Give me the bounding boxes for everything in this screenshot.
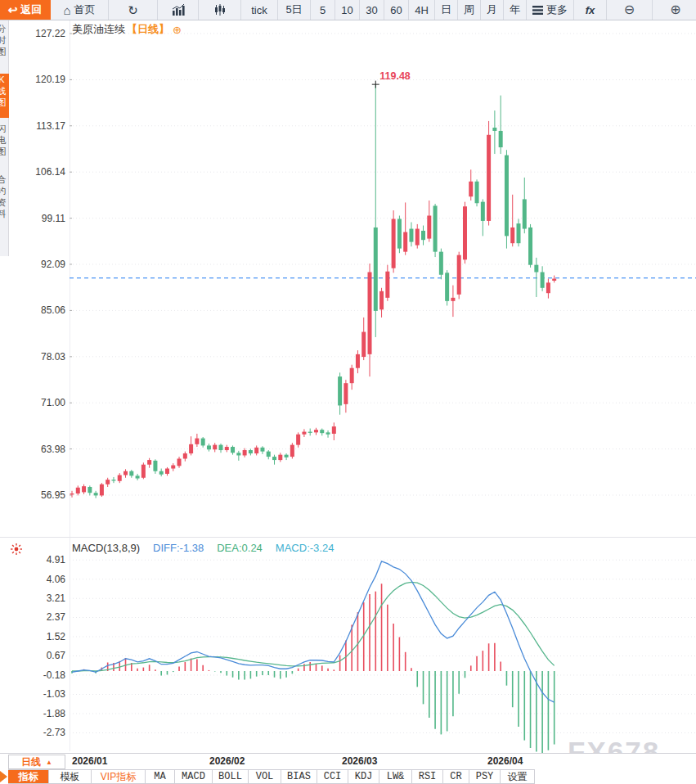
dea-line [72, 582, 555, 671]
pane-separator [0, 537, 696, 538]
sidebar-tab-label: 分时图 [0, 23, 7, 57]
toolbar-fx-button[interactable]: fx [574, 0, 607, 20]
add-indicator-icon[interactable]: ⊕ [173, 24, 182, 36]
collapse-handle-icon[interactable] [0, 771, 7, 782]
period-selector-label: 日线 [21, 755, 41, 769]
menu-icon [532, 6, 543, 15]
macd-tick-label: 0.67 [11, 650, 65, 661]
chevron-up-icon: ▲ [46, 759, 52, 766]
toolbar-30m-button[interactable]: 30 [360, 0, 384, 20]
toolbar-home-button[interactable]: ⌂首页 [51, 0, 109, 20]
indicator-tab-模板[interactable]: 模板 [49, 770, 92, 784]
toolbar-month-label: 月 [487, 2, 497, 17]
price-tick-label: 78.03 [11, 351, 65, 363]
macd-macd-value: MACD:-3.24 [276, 542, 335, 554]
indicator-tab-VIP指标[interactable]: VIP指标 [92, 770, 146, 784]
toolbar-5d-button[interactable]: 5日 [278, 0, 311, 20]
toolbar-back-button[interactable]: ↩返回 [0, 0, 51, 20]
macd-tick-label: -1.03 [11, 688, 65, 700]
indicator-tab-设置[interactable]: 设置 [501, 770, 535, 784]
sidebar-tab-2[interactable]: 闪电图 [0, 123, 9, 170]
toolbar-5m-label: 5 [320, 4, 326, 16]
indicator-tab-MACD[interactable]: MACD [175, 770, 213, 784]
price-tick-label: 85.06 [11, 304, 65, 316]
indicator-toolbar: 指标模板VIP指标MAMACDBOLLVOLBIASCCIKDJLW&RSICR… [8, 769, 535, 784]
indicator-tab-KDJ[interactable]: KDJ [348, 770, 379, 784]
price-tick-label: 120.19 [11, 74, 65, 85]
toolbar-day-label: 日 [441, 2, 451, 17]
price-tick-label: 127.22 [11, 28, 65, 39]
price-tick-label: 106.14 [11, 166, 65, 178]
macd-chart[interactable] [70, 540, 696, 753]
symbol-name: 美原油连续 [72, 22, 125, 37]
toolbar-candlestick-button[interactable] [199, 0, 241, 20]
toolbar-more-label: 更多 [546, 2, 568, 17]
period-selector[interactable]: 日线 ▲ [8, 755, 65, 769]
price-tick-label: 63.98 [11, 444, 65, 455]
price-tick-label: 92.09 [11, 259, 65, 270]
toolbar-zoom-out-button[interactable]: ⊖ [607, 0, 653, 20]
toolbar-60m-label: 60 [390, 4, 402, 16]
toolbar-4h-button[interactable]: 4H [409, 0, 435, 20]
indicator-tab-RSI[interactable]: RSI [412, 770, 443, 784]
toolbar-week-label: 周 [464, 2, 474, 17]
toolbar-5m-button[interactable]: 5 [311, 0, 335, 20]
home-icon: ⌂ [63, 4, 70, 16]
indicator-tab-LW&[interactable]: LW& [379, 770, 412, 784]
x-axis-tick-label: 2026/03 [342, 755, 377, 767]
toolbar-more-button[interactable]: 更多 [527, 0, 574, 20]
sidebar-tab-label: K线图 [0, 74, 7, 108]
chart-title: 美原油连续 【日线】 ⊕ [72, 22, 182, 37]
toolbar-tick-label: tick [251, 4, 267, 16]
toolbar-bar-chart-button[interactable] [158, 0, 199, 20]
left-sidebar: 分时图K线图闪电图合约资料 [0, 20, 9, 256]
indicator-tab-BOLL[interactable]: BOLL [213, 770, 249, 784]
macd-name: MACD(13,8,9) [72, 542, 140, 554]
indicator-settings-icon[interactable] [10, 543, 23, 556]
price-tick-label: 71.00 [11, 397, 65, 408]
indicator-tab-CR[interactable]: CR [443, 770, 469, 784]
toolbar-tick-button[interactable]: tick [241, 0, 278, 20]
toolbar-4h-label: 4H [415, 4, 429, 16]
indicator-tab-PSY[interactable]: PSY [469, 770, 501, 784]
toolbar-day-button[interactable]: 日 [435, 0, 458, 20]
x-axis-tick-label: 2026/01 [72, 755, 107, 767]
toolbar-home-label: 首页 [74, 2, 96, 17]
macd-tick-label: -2.73 [11, 727, 65, 738]
macd-tick-label: 4.06 [11, 574, 65, 585]
back-icon: ↩ [8, 4, 18, 16]
sidebar-tab-3[interactable]: 合约资料 [0, 173, 9, 234]
macd-header: MACD(13,8,9) DIFF:-1.38 DEA:0.24 MACD:-3… [72, 542, 334, 554]
macd-dea-value: DEA:0.24 [217, 542, 263, 554]
toolbar-year-label: 年 [510, 2, 520, 17]
toolbar-month-button[interactable]: 月 [481, 0, 504, 20]
sidebar-tab-label: 合约资料 [0, 173, 7, 219]
bar-chart-icon [172, 4, 185, 16]
toolbar-refresh-button[interactable]: ↻ [109, 0, 158, 20]
refresh-icon: ↻ [128, 4, 138, 16]
macd-tick-label: 4.91 [11, 554, 65, 565]
x-axis-tick-label: 2026/02 [209, 755, 245, 767]
indicator-tab-BIAS[interactable]: BIAS [281, 770, 317, 784]
indicator-tab-CCI[interactable]: CCI [317, 770, 348, 784]
toolbar-60m-button[interactable]: 60 [384, 0, 409, 20]
macd-tick-label: 3.21 [11, 593, 65, 604]
toolbar-10m-button[interactable]: 10 [335, 0, 360, 20]
sidebar-tab-1[interactable]: K线图 [0, 74, 9, 118]
toolbar-week-button[interactable]: 周 [458, 0, 481, 20]
macd-tick-label: 1.52 [11, 631, 65, 642]
zoom-in-icon: ⊕ [670, 3, 680, 16]
high-price-annotation: 119.48 [379, 70, 411, 82]
candlestick-chart[interactable]: 119.48 [70, 20, 696, 537]
indicator-tab-VOL[interactable]: VOL [249, 770, 281, 784]
toolbar-zoom-in-button[interactable]: ⊕ [653, 0, 696, 20]
indicator-tab-MA[interactable]: MA [146, 770, 175, 784]
toolbar-10m-label: 10 [341, 4, 352, 16]
sidebar-tab-0[interactable]: 分时图 [0, 23, 9, 70]
top-toolbar: ↩返回⌂首页↻tick5日51030604H日周月年更多fx⊖⊕ [0, 0, 696, 20]
toolbar-5d-label: 5日 [285, 2, 302, 17]
toolbar-year-button[interactable]: 年 [504, 0, 527, 20]
indicator-tab-指标[interactable]: 指标 [8, 770, 49, 784]
price-tick-label: 56.95 [11, 489, 65, 501]
x-axis-tick-label: 2026/04 [487, 755, 523, 767]
